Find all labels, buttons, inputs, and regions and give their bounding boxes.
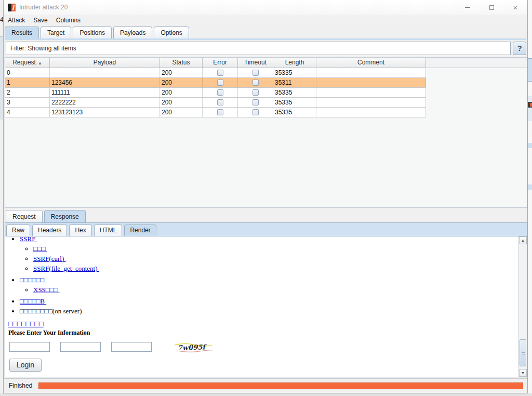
tab-positions[interactable]: Positions [73,27,112,38]
statusbar: Finished [4,378,527,392]
cell-error [203,108,238,117]
column-header-error[interactable]: Error [203,58,238,68]
table-row[interactable]: 3222222220035335 [5,98,426,108]
background-fragment [528,143,532,148]
menu-attack[interactable]: Attack [8,17,25,24]
menu-save[interactable]: Save [33,17,47,24]
timeout-checkbox[interactable] [252,89,259,96]
rendered-link[interactable]: SSRF(curl) [33,255,65,262]
main-tabstrip: ResultsTargetPositionsPayloadsOptions [5,27,526,38]
column-header-label: Comment [357,59,384,66]
rendered-link[interactable]: SSRF [20,236,37,243]
cell-payload: 123456 [50,78,160,87]
captcha-image: 7w095f [174,342,213,354]
table-row[interactable]: 020035335 [5,68,426,78]
tabstrip-underline [5,38,526,40]
error-checkbox[interactable] [217,109,223,115]
rendered-link[interactable]: XSS□□□ [33,286,60,294]
rendered-link[interactable]: SSRF(file_get_content) [33,265,99,272]
background-window-right-sliver [528,0,532,396]
scroll-down-icon[interactable]: ▼ [519,369,527,377]
list-item: □□□□□□ XSS□□□ [20,276,517,294]
tab-request[interactable]: Request [6,210,43,222]
render-pane: SSRF □□□ SSRF(curl) SSRF(file_get_conten… [5,236,527,377]
view-tab-headers[interactable]: Headers [32,225,67,236]
attack-status-label: Finished [9,382,32,389]
table-row[interactable]: 211111120035335 [5,88,426,98]
login-input-1[interactable] [9,342,50,352]
tab-response[interactable]: Response [44,210,86,222]
cell-payload: 123123123 [50,108,160,117]
table-row[interactable]: 112345620035311 [5,78,426,88]
timeout-checkbox[interactable] [252,70,259,76]
column-header-comment[interactable]: Comment [316,58,426,68]
rendered-link-list: SSRF □□□ SSRF(curl) SSRF(file_get_conten… [20,236,517,315]
menu-columns[interactable]: Columns [56,17,81,24]
tab-target[interactable]: Target [41,27,71,38]
timeout-checkbox[interactable] [252,99,259,105]
list-item: □□□□□□□□(on server) [20,307,517,315]
menubar: AttackSaveColumns [4,15,527,26]
rendered-link[interactable]: □□□□□B [20,297,46,305]
rendered-sublist: XSS□□□ [33,286,517,294]
error-checkbox[interactable] [217,70,223,76]
rendered-heading-link[interactable]: □□□□□□□□ [8,320,44,328]
rendered-link[interactable]: □□□□□□ [20,276,46,284]
message-editor-tabs: RequestResponse [6,210,87,222]
cell-comment [316,68,426,77]
view-tab-hex[interactable]: Hex [69,225,91,236]
column-header-status[interactable]: Status [160,58,203,68]
cell-length: 35335 [273,88,316,97]
cell-error [203,88,238,97]
captcha-text: 7w095f [178,343,207,352]
response-scrollbar[interactable]: ▲ ▼ [518,236,527,377]
tab-results[interactable]: Results [5,27,39,38]
scroll-up-icon[interactable]: ▲ [519,236,527,244]
cell-request: 1 [5,78,50,87]
attack-progress-bar [38,382,523,389]
help-button[interactable]: ? [513,42,526,55]
background-bottom-strip [0,393,532,396]
rendered-link[interactable]: □□□ [33,245,47,253]
view-tab-raw[interactable]: Raw [6,225,30,236]
rendered-sublist: □□□ SSRF(curl) SSRF(file_get_content) [33,245,517,273]
error-checkbox[interactable] [217,99,223,105]
intruder-attack-window: Intruder attack 20 × AttackSaveColumns R… [3,0,528,393]
table-row[interactable]: 412312312320035335 [5,108,426,117]
cell-status: 200 [160,108,203,117]
maximize-button[interactable] [480,0,503,15]
rendered-response: SSRF □□□ SSRF(curl) SSRF(file_get_conten… [5,236,517,377]
login-button[interactable]: Login [9,359,42,372]
desktop: 4 Intruder attack 20 × AttackSaveColumns… [0,0,532,396]
form-heading: Please Enter Your Information [8,329,517,337]
results-table-header-filler [426,58,527,68]
minimize-button[interactable] [456,0,480,15]
column-header-label: Error [213,59,227,66]
error-checkbox[interactable] [217,80,223,86]
maximize-icon [489,5,494,10]
cell-comment [316,108,426,117]
cell-timeout [238,88,273,97]
timeout-checkbox[interactable] [252,109,259,115]
titlebar: Intruder attack 20 × [4,0,527,15]
close-button[interactable]: × [503,0,527,15]
scrollbar-thumb[interactable] [520,339,526,366]
column-header-request[interactable]: Request▲ [5,58,50,68]
tab-options[interactable]: Options [154,27,189,38]
tab-payloads[interactable]: Payloads [113,27,152,38]
view-tab-html[interactable]: HTML [94,225,123,236]
cell-comment [316,78,426,87]
filter-box[interactable]: Filter: Showing all items [6,42,511,55]
login-input-3[interactable] [111,342,152,352]
view-tab-render[interactable]: Render [124,225,156,236]
error-checkbox[interactable] [217,89,223,96]
response-view-tabs: RawHeadersHexHTMLRender [5,222,527,236]
column-header-length[interactable]: Length [273,58,316,68]
column-header-label: Status [172,59,190,66]
timeout-checkbox[interactable] [252,80,259,86]
login-input-2[interactable] [60,342,101,352]
cell-comment [316,98,426,107]
column-header-timeout[interactable]: Timeout [238,58,273,68]
minimize-icon [465,7,470,8]
column-header-payload[interactable]: Payload [50,58,160,68]
